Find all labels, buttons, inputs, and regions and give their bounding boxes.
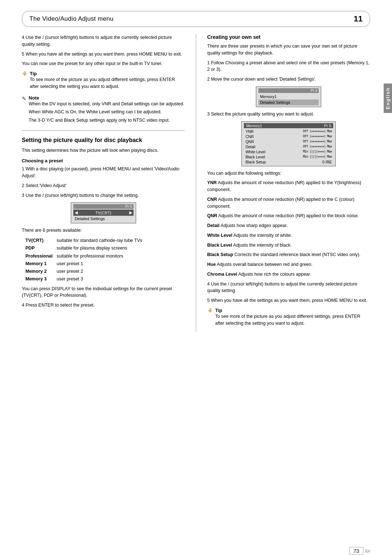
tip-text-left: To see more of the picture as you adjust… [30, 76, 185, 90]
detail-value-cnr: Off |++++++++| Max [303, 134, 332, 139]
detail-value-detail: Off |++++++++| Max [303, 145, 332, 149]
intro-para1: 4 Use the / (cursor left/right) buttons … [22, 34, 185, 48]
detail-row-ynr: YNR Off |++++++++| Max [244, 129, 333, 134]
preset-name-memory2: Memory 2 [25, 268, 54, 275]
step5-right: 5 When you have all the settings as you … [207, 297, 370, 304]
detail-header-left: Memory1 [246, 123, 262, 128]
screen-tvcrt-label: TV(CRT) [95, 211, 111, 215]
tip-box-right: ⚘ Tip To see more of the picture as you … [207, 308, 370, 328]
setting-qnr: QNR Adjusts the amount of noise reductio… [207, 212, 370, 219]
detail-row-qnr: QNR Off |++++++++| Max [244, 139, 333, 144]
detail-value-qnr: Off |++++++++| Max [303, 139, 332, 144]
step4-left: 4 Press ENTER to select the preset. [22, 302, 185, 309]
screen-row-memory1-top: Memory1 [258, 94, 319, 100]
preset-desc-memory2: user preset 2 [57, 268, 83, 275]
detail-header-right: Pr 5 [324, 123, 331, 128]
detail-value-black-setup: 0 IRE [322, 160, 332, 164]
detail-row-cnr: CNR Off |++++++++| Max [244, 134, 333, 139]
preset-desc-memory1: user preset 1 [57, 260, 83, 268]
presets-intro: There are 6 presets available: [22, 227, 185, 234]
tip-box-left: ⚘ Tip To see more of the picture as you … [22, 71, 185, 92]
detail-label-black-setup: Black Setup [245, 160, 266, 164]
screen-row-tvcrt: ◀ TV(CRT) ▶ [73, 210, 134, 216]
section-heading: Setting the picture quality for disc pla… [22, 137, 185, 144]
detail-screen: Memory1 Pr 5 YNR Off |++++++++| Max CNR … [241, 121, 336, 166]
preset-name-memory1: Memory 1 [25, 260, 54, 268]
detail-screen-header: Memory1 Pr 5 [244, 123, 333, 128]
preset-name-professional: Professional [25, 252, 54, 260]
preset-desc-memory3: user preset 3 [57, 275, 83, 283]
preset-item-memory1: Memory 1 user preset 1 [25, 260, 185, 268]
tip-icon-right: ⚘ [207, 307, 213, 315]
detail-label-ynr: YNR [245, 129, 253, 134]
detail-row-detail: Detail Off |++++++++| Max [244, 144, 333, 149]
setting-hue: Hue Adjusts overall balance between red … [207, 261, 370, 268]
step3-right: 3 Select the picture quality setting you… [207, 111, 370, 118]
setting-white-level: White Level Adjusts the intensity of whi… [207, 232, 370, 239]
detail-label-black-level: Black Level [245, 155, 265, 159]
screen-memory1-label: Memory1 [260, 94, 277, 99]
tip-icon-left: ⚘ [22, 70, 28, 78]
header-number: 11 [354, 14, 363, 24]
footer: 73 En [350, 547, 370, 555]
preset-name-pdp: PDP [25, 244, 54, 252]
tip-text-right: To see more of the picture as you adjust… [215, 313, 370, 327]
adjust-intro: You can adjust the following settings: [207, 170, 370, 177]
screen-arrow-left: ◀ [75, 210, 78, 215]
preset-list: TV(CRT) suitable for standard cathode-ra… [25, 237, 185, 283]
step3-left: 3 Use the / (cursor left/right) buttons … [22, 192, 185, 199]
step1-left: 1 With a disc playing (or paused), press… [22, 166, 185, 179]
screen-detailed-label: Detailed Settings [75, 216, 105, 221]
note-label-left: Note [29, 95, 39, 101]
step4-right: 4 Use the / (cursor left/right) buttons … [207, 281, 370, 295]
tip-content-left: Tip To see more of the picture as you ad… [30, 71, 185, 92]
creating-intro: There are three user presets in which yo… [207, 43, 370, 57]
detail-label-cnr: CNR [245, 134, 254, 139]
header-title: The Video/Audio Adjust menu [29, 15, 114, 23]
intro-para3: You can now use the preset for any other… [22, 60, 185, 67]
note-content-left: Note When the DV input is selected, only… [29, 95, 184, 125]
setting-black-level: Black Level Adjusts the intensity of bla… [207, 242, 370, 249]
detail-value-white-level: Min |||||++++| Max [303, 150, 332, 154]
detail-row-white-level: White Level Min |||||++++| Max [244, 149, 333, 154]
detail-label-qnr: QNR [245, 139, 254, 144]
preset-item-memory2: Memory 2 user preset 2 [25, 268, 185, 275]
screen-arrow-right: ▶ [129, 210, 132, 215]
detail-row-black-setup: Black Setup 0 IRE [244, 159, 333, 165]
detail-label-white-level: White Level [245, 150, 265, 154]
detail-row-black-level: Black Level Min |||||++++| Max [244, 154, 333, 159]
intro-para2: 5 When you have all the settings as you … [22, 51, 185, 58]
preset-item-tvcrt: TV(CRT) suitable for standard cathode-ra… [25, 237, 185, 244]
screen-mockup-2: Pr 5 Memory1 Detailed Settings [256, 86, 321, 107]
note-line-3: The 3-D Y/C and Black Setup settings app… [29, 117, 184, 124]
note-line-1: When the DV input is selected, only VNR … [29, 101, 184, 108]
tip-label-right: Tip [215, 308, 222, 313]
preset-item-professional: Professional suitable for professional m… [25, 252, 185, 260]
lang-label: En [366, 549, 370, 553]
right-column: Creating your own set There are three us… [207, 34, 370, 332]
page-container: The Video/Audio Adjust menu 11 English 4… [0, 11, 392, 555]
detail-value-black-level: Min |||||++++| Max [303, 155, 332, 159]
side-label: English [384, 84, 392, 113]
preset-item-memory3: Memory 3 user preset 3 [25, 275, 185, 283]
setting-chroma-level: Chroma Level Adjusts how rich the colour… [207, 271, 370, 278]
settings-list: YNR Adjusts the amount of noise reductio… [207, 179, 370, 278]
tip-content-right: Tip To see more of the picture as you ad… [215, 308, 370, 328]
preset-item-pdp: PDP suitable for plasma display screens [25, 244, 185, 252]
note-icon-left: ✎ [22, 96, 26, 102]
step1-right: 1 Follow Choosing a preset above and sel… [207, 60, 370, 73]
setting-cnr: CNR Adjusts the amount of noise reductio… [207, 196, 370, 210]
section-intro: This setting determines how the picture … [22, 147, 185, 154]
column-divider [196, 34, 196, 332]
preset-name-tvcrt: TV(CRT) [25, 237, 54, 244]
display-note: You can press DISPLAY to see the individ… [22, 285, 185, 299]
creating-heading: Creating your own set [207, 34, 370, 40]
screen-row-detailed-2: Detailed Settings [258, 100, 319, 105]
header-bar: The Video/Audio Adjust menu 11 [22, 11, 370, 27]
divider-rule [22, 130, 185, 131]
tip-label-left: Tip [30, 71, 37, 76]
screen-mockup-1: Pr 5 ◀ TV(CRT) ▶ Detailed Settings [71, 202, 136, 223]
detail-label-detail: Detail [245, 145, 255, 149]
screen-row-detailed: Detailed Settings [73, 216, 134, 222]
preset-desc-tvcrt: suitable for standard cathode-ray tube T… [57, 237, 142, 244]
